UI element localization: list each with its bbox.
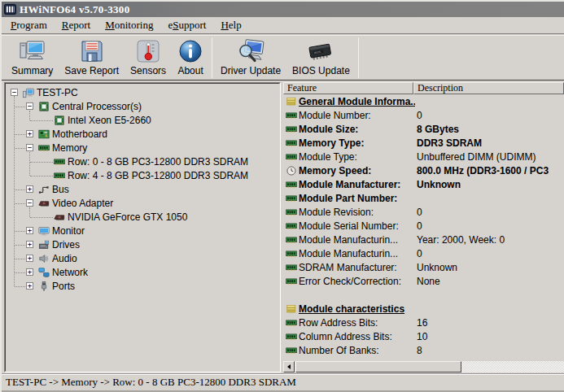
feature-label: Module Number: xyxy=(299,110,415,121)
tree-connector xyxy=(15,286,25,287)
tree-item-intel-xeon-e5-2660[interactable]: Intel Xeon E5-2660 xyxy=(6,114,279,128)
tree-expander-minus[interactable]: − xyxy=(26,102,33,110)
description-value: Unknown xyxy=(417,262,564,273)
tree-guide-line xyxy=(29,207,30,217)
section-row-general-module-informa[interactable]: General Module Informa... xyxy=(283,95,564,109)
feature-label: SDRAM Manufacturer: xyxy=(299,262,415,273)
gpu-icon xyxy=(54,211,65,223)
sensors-button[interactable]: Sensors xyxy=(125,36,172,80)
tree-expander-plus[interactable]: + xyxy=(26,241,33,248)
tree-expander-minus[interactable]: − xyxy=(11,89,18,96)
menu-item-report[interactable]: Report xyxy=(55,17,98,33)
tree-expander-plus[interactable]: + xyxy=(26,282,33,290)
feature-label: Column Address Bits: xyxy=(299,331,415,342)
toolbar-separator xyxy=(212,37,212,78)
tree-item-test-pc[interactable]: −TEST-PC xyxy=(6,86,279,100)
menu-item-monitoring[interactable]: Monitoring xyxy=(98,17,160,33)
scrollbar-thumb[interactable] xyxy=(295,361,461,372)
tree-item-memory[interactable]: −Memory xyxy=(6,142,279,155)
description-value: 800.0 MHz (DDR3-1600 / PC3 xyxy=(417,165,564,176)
detail-row-error-check-correction[interactable]: Error Check/Correction:None xyxy=(283,275,564,289)
tree-expander-plus[interactable]: + xyxy=(26,130,33,137)
detail-row-module-serial-number[interactable]: Module Serial Number:0 xyxy=(283,220,564,233)
detail-row-module-part-number[interactable]: Module Part Number: xyxy=(283,192,564,206)
save-report-button[interactable]: Save Report xyxy=(59,36,125,80)
menu-item-program[interactable]: Program xyxy=(3,17,55,33)
summary-icon xyxy=(19,38,46,64)
driver-update-button[interactable]: Driver Update xyxy=(215,36,286,80)
hwinfo-app-icon xyxy=(4,3,16,15)
tree-item-monitor[interactable]: +Monitor xyxy=(6,224,279,238)
detail-row-number-of-banks[interactable]: Number Of Banks:8 xyxy=(283,344,564,358)
title-bar[interactable]: HWiNFO64 v5.70-3300 xyxy=(2,2,564,17)
feature-label: Module Part Number: xyxy=(299,193,415,204)
column-header-feature[interactable]: Feature xyxy=(283,82,413,94)
detail-row-module-revision[interactable]: Module Revision:0 xyxy=(283,206,564,220)
cpu-icon xyxy=(54,115,65,126)
memory-icon xyxy=(286,124,297,135)
description-value: DDR3 SDRAM xyxy=(417,137,564,149)
description-value: 0 xyxy=(417,110,564,121)
bios-update-label: BIOS Update xyxy=(292,65,350,76)
tree-expander-plus[interactable]: + xyxy=(26,255,33,262)
tree-connector xyxy=(15,203,25,204)
detail-row-module-manufacturer[interactable]: Module Manufacturer:Unknown xyxy=(283,178,564,192)
tree-item-ports[interactable]: +Ports xyxy=(6,280,279,294)
save-report-label: Save Report xyxy=(64,65,119,76)
tree-item-drives[interactable]: +Drives xyxy=(6,238,279,252)
detail-row-module-manufacturin[interactable]: Module Manufacturin...0 xyxy=(283,247,564,261)
tree-item-network[interactable]: +Network xyxy=(6,266,279,280)
tree-item-central-processor-s[interactable]: −Central Processor(s) xyxy=(6,100,279,114)
memory-icon xyxy=(286,151,297,163)
menu-item-esupport[interactable]: eSupport xyxy=(160,17,213,33)
bios-update-button[interactable]: BIOSBIOS Update xyxy=(286,36,356,80)
memory-icon xyxy=(286,345,297,356)
usb-icon xyxy=(38,281,50,292)
detail-row-module-number[interactable]: Module Number:0 xyxy=(283,109,564,123)
feature-label: Memory Speed: xyxy=(299,165,415,176)
detail-row-module-manufacturin[interactable]: Module Manufacturin...Year: 2000, Week: … xyxy=(283,233,564,247)
tree-guide-line xyxy=(29,152,30,176)
memory-icon xyxy=(54,170,65,181)
memory-icon xyxy=(38,142,50,154)
feature-label: Error Check/Correction: xyxy=(299,276,415,287)
tree-item-nvidia-geforce-gtx-1050[interactable]: NVIDIA GeForce GTX 1050 xyxy=(6,211,279,224)
memory-icon xyxy=(286,262,297,273)
tree-item-video-adapter[interactable]: −Video Adapter xyxy=(6,197,279,211)
tree-item-label: Monitor xyxy=(52,225,85,237)
tree-expander-plus[interactable]: + xyxy=(26,227,33,234)
tree-item-label: Motherboard xyxy=(52,128,107,140)
tree-item-bus[interactable]: +Bus xyxy=(6,183,279,197)
detail-row-module-size[interactable]: Module Size:8 GBytes xyxy=(283,123,564,137)
tree-item-audio[interactable]: +Audio xyxy=(6,252,279,266)
detail-row-row-address-bits[interactable]: Row Address Bits:16 xyxy=(283,316,564,330)
network-icon xyxy=(38,267,50,278)
memory-icon xyxy=(286,207,297,218)
tree-item-row-4-8-gb-pc3-12800-ddr3-sdram[interactable]: Row: 4 - 8 GB PC3-12800 DDR3 SDRAM xyxy=(6,169,279,183)
menu-bar: ProgramReportMonitoringeSupportHelp xyxy=(2,17,564,34)
menu-item-help[interactable]: Help xyxy=(213,17,248,33)
list-column-header: Feature Description xyxy=(283,82,564,94)
tree-expander-minus[interactable]: − xyxy=(26,199,33,207)
tree-connector xyxy=(15,272,25,273)
detail-row-memory-speed[interactable]: Memory Speed:800.0 MHz (DDR3-1600 / PC3 xyxy=(283,164,564,178)
summary-button[interactable]: Summary xyxy=(6,36,59,80)
section-row-module-characteristics[interactable]: Module characteristics xyxy=(283,303,564,316)
tree-item-motherboard[interactable]: +Motherboard xyxy=(6,128,279,142)
tree-item-row-0-8-gb-pc3-12800-ddr3-sdram[interactable]: Row: 0 - 8 GB PC3-12800 DDR3 SDRAM xyxy=(6,155,279,169)
detail-row-sdram-manufacturer[interactable]: SDRAM Manufacturer:Unknown xyxy=(283,261,564,275)
about-button[interactable]: About xyxy=(172,36,209,80)
description-value: 0 xyxy=(417,207,564,218)
audio-icon xyxy=(38,253,50,264)
detail-row-module-type[interactable]: Module Type:Unbuffered DIMM (UDIMM) xyxy=(283,150,564,164)
detail-row-column-address-bits[interactable]: Column Address Bits:10 xyxy=(283,330,564,344)
tree-expander-plus[interactable]: + xyxy=(26,185,33,193)
horizontal-scrollbar[interactable] xyxy=(283,361,564,372)
column-header-description[interactable]: Description xyxy=(413,82,564,94)
scroll-left-button[interactable] xyxy=(283,361,295,372)
tree-expander-minus[interactable]: − xyxy=(26,144,33,151)
detail-row-memory-type[interactable]: Memory Type:DDR3 SDRAM xyxy=(283,137,564,150)
tree-item-label: Row: 0 - 8 GB PC3-12800 DDR3 SDRAM xyxy=(68,156,248,168)
tree-connector xyxy=(15,134,25,135)
tree-expander-plus[interactable]: + xyxy=(26,268,33,276)
